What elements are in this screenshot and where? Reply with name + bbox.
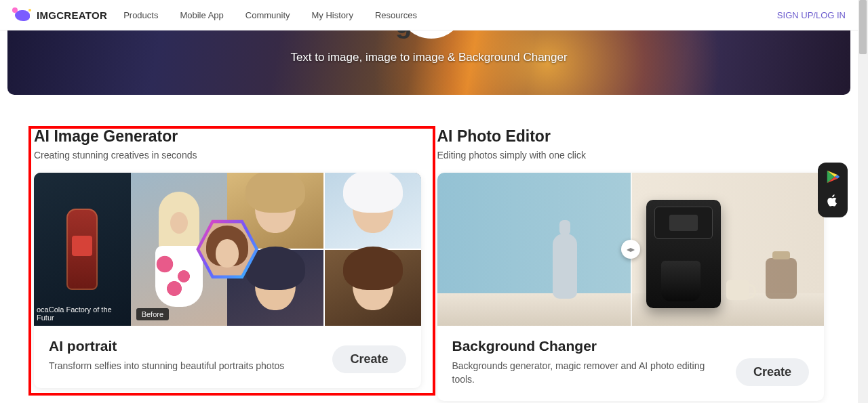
background-changer-title: Background Changer [452, 338, 725, 354]
generator-caption: ocaCola Factory of the Futur [37, 305, 131, 322]
nav-resources[interactable]: Resources [375, 10, 417, 20]
hero-banner: g Text to image, image to image & Backgr… [7, 30, 850, 95]
bottle-icon [553, 234, 577, 299]
logo-icon [12, 7, 31, 22]
brand-logo[interactable]: IMGCREATOR [12, 7, 107, 22]
generator-subtitle: Creating stunning creatives in seconds [34, 150, 421, 161]
ai-portrait-title: AI portrait [49, 338, 321, 354]
scrollbar-track[interactable] [858, 0, 868, 403]
brand-name: IMGCREATOR [37, 9, 107, 21]
portrait-thumb-icon [353, 180, 393, 233]
background-changer-desc: Backgrounds generator, magic remover and… [452, 360, 725, 386]
hero-tagline: Text to image, image to image & Backgrou… [290, 51, 567, 64]
top-nav: IMGCREATOR Products Mobile App Community… [0, 0, 858, 30]
nav-mobile-app[interactable]: Mobile App [180, 10, 223, 20]
background-changer-card[interactable]: ◂▸ Background Changer Backgrounds genera… [437, 173, 825, 401]
before-badge: Before [136, 308, 169, 320]
nav-products[interactable]: Products [123, 10, 158, 20]
portrait-thumb-icon [353, 257, 393, 310]
generator-preview-image: ocaCola Factory of the Futur Before [34, 173, 421, 326]
ai-portrait-card[interactable]: ocaCola Factory of the Futur Before [34, 173, 421, 388]
editor-subtitle: Editing photos simply with one click [437, 150, 825, 161]
scrollbar-thumb[interactable] [859, 0, 867, 54]
nav-links: Products Mobile App Community My History… [123, 10, 417, 20]
google-play-icon[interactable] [825, 169, 840, 184]
hex-avatar-icon [196, 218, 258, 280]
editor-preview-image: ◂▸ [437, 173, 825, 326]
create-bg-button[interactable]: Create [736, 358, 809, 386]
nav-community[interactable]: Community [245, 10, 290, 20]
carafe-icon [661, 261, 701, 301]
nav-my-history[interactable]: My History [312, 10, 353, 20]
create-portrait-button[interactable]: Create [332, 345, 406, 373]
hero-letter-icon: g [395, 30, 412, 39]
auth-link[interactable]: SIGN UP/LOG IN [777, 10, 846, 20]
mug-icon [726, 280, 749, 300]
editor-title: AI Photo Editor [437, 127, 825, 146]
portrait-thumb-icon [255, 180, 296, 233]
ai-portrait-desc: Transform selfies into stunning beautifu… [49, 360, 321, 373]
ai-image-generator-section: AI Image Generator Creating stunning cre… [34, 127, 421, 401]
portrait-thumb-icon [255, 257, 296, 310]
jar-icon [766, 258, 797, 299]
compare-slider-handle[interactable]: ◂▸ [621, 240, 640, 259]
generator-title: AI Image Generator [34, 127, 421, 146]
apple-icon[interactable] [826, 194, 840, 211]
cola-bottle-icon [66, 209, 98, 290]
ai-photo-editor-section: AI Photo Editor Editing photos simply wi… [437, 127, 825, 401]
app-store-float [818, 163, 848, 217]
